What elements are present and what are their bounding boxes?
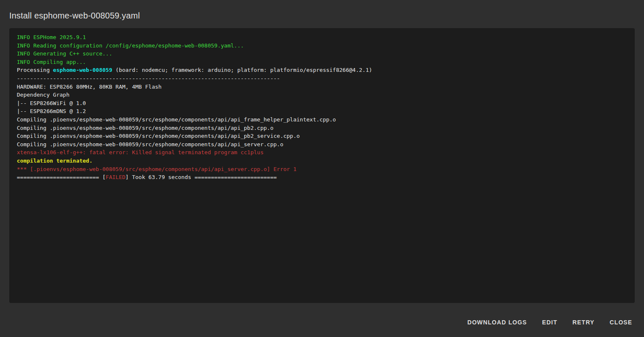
log-segment: |-- ESP8266mDNS @ 1.2 xyxy=(17,108,86,114)
log-segment: (board: nodemcu; framework: arduino; pla… xyxy=(112,67,372,73)
log-segment: compilation terminated. xyxy=(17,158,92,164)
log-line: ----------------------------------------… xyxy=(17,74,627,83)
log-segment: ========================= [ xyxy=(17,174,106,180)
log-segment: INFO Generating C++ source... xyxy=(17,50,112,57)
log-line: Processing esphome-web-008059 (board: no… xyxy=(17,66,627,74)
log-segment: Compiling .pioenvs/esphome-web-008059/sr… xyxy=(17,125,273,131)
log-line: *** [.pioenvs/esphome-web-008059/src/esp… xyxy=(17,165,627,174)
log-line: ========================= [FAILED] Took … xyxy=(17,173,627,182)
log-segment: ----------------------------------------… xyxy=(17,75,280,82)
log-segment: FAILED xyxy=(106,174,125,180)
log-line: Dependency Graph xyxy=(17,91,627,99)
download-logs-button[interactable]: DOWNLOAD LOGS xyxy=(462,315,532,329)
log-segment: INFO Compiling app... xyxy=(17,59,86,65)
log-segment: HARDWARE: ESP8266 80MHz, 80KB RAM, 4MB F… xyxy=(17,84,161,90)
install-dialog: Install esphome-web-008059.yaml INFO ESP… xyxy=(0,0,644,337)
log-segment: Processing xyxy=(17,67,53,73)
log-line: Compiling .pioenvs/esphome-web-008059/sr… xyxy=(17,140,627,149)
retry-button[interactable]: RETRY xyxy=(567,315,599,329)
log-line: INFO Generating C++ source... xyxy=(17,50,627,58)
log-segment: INFO ESPHome 2025.9.1 xyxy=(17,34,86,40)
log-segment: ] Took 63.79 seconds ===================… xyxy=(125,174,277,180)
log-line: Compiling .pioenvs/esphome-web-008059/sr… xyxy=(17,124,627,132)
log-line: xtensa-lx106-elf-g++: fatal error: Kille… xyxy=(17,148,627,157)
log-segment: |-- ESP8266WiFi @ 1.0 xyxy=(17,100,86,106)
log-line: INFO ESPHome 2025.9.1 xyxy=(17,33,627,42)
log-segment: Compiling .pioenvs/esphome-web-008059/sr… xyxy=(17,116,336,123)
log-line: Compiling .pioenvs/esphome-web-008059/sr… xyxy=(17,132,627,140)
log-output[interactable]: INFO ESPHome 2025.9.1INFO Reading config… xyxy=(9,28,635,303)
log-segment: Compiling .pioenvs/esphome-web-008059/sr… xyxy=(17,141,283,147)
log-segment: xtensa-lx106-elf-g++: fatal error: Kille… xyxy=(17,149,264,155)
log-segment: Dependency Graph xyxy=(17,92,69,98)
log-segment: INFO Reading configuration /config/espho… xyxy=(17,42,244,49)
log-line: HARDWARE: ESP8266 80MHz, 80KB RAM, 4MB F… xyxy=(17,83,627,91)
log-segment: *** [.pioenvs/esphome-web-008059/src/esp… xyxy=(17,166,296,172)
log-line: INFO Compiling app... xyxy=(17,58,627,66)
log-line: |-- ESP8266WiFi @ 1.0 xyxy=(17,99,627,108)
log-segment: esphome-web-008059 xyxy=(53,67,112,73)
log-line: INFO Reading configuration /config/espho… xyxy=(17,42,627,50)
log-line: Compiling .pioenvs/esphome-web-008059/sr… xyxy=(17,116,627,124)
close-button[interactable]: CLOSE xyxy=(604,315,637,329)
edit-button[interactable]: EDIT xyxy=(537,315,562,329)
log-line: compilation terminated. xyxy=(17,157,627,165)
log-segment: Compiling .pioenvs/esphome-web-008059/sr… xyxy=(17,133,300,139)
log-line: |-- ESP8266mDNS @ 1.2 xyxy=(17,107,627,116)
dialog-actions: DOWNLOAD LOGS EDIT RETRY CLOSE xyxy=(0,303,644,337)
dialog-title: Install esphome-web-008059.yaml xyxy=(0,0,644,28)
